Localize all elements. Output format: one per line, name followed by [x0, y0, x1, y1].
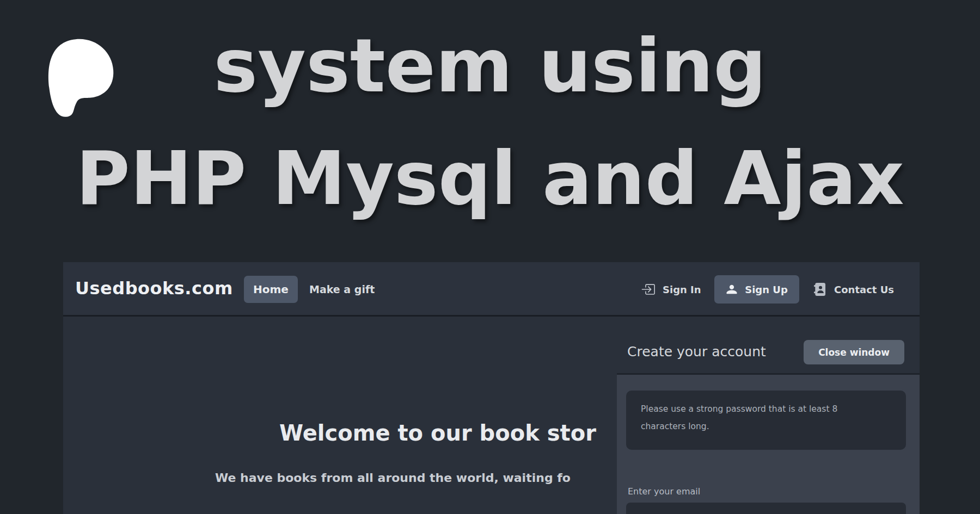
brand-logo-text[interactable]: Usedbooks.com: [75, 278, 233, 299]
navbar: Usedbooks.com Home Make a gift Sign In: [63, 262, 920, 317]
password-hint-text: Please use a strong password that is at …: [641, 400, 869, 435]
thumbnail-title-line1: system using: [0, 10, 980, 122]
hero-subheading: We have books from all around the world,…: [215, 471, 571, 485]
close-window-button[interactable]: Close window: [804, 340, 904, 364]
person-icon: [726, 283, 738, 295]
signup-panel: Create your account Close window Please …: [617, 318, 920, 514]
email-input[interactable]: [626, 503, 906, 514]
nav-item-contact-us[interactable]: Contact Us: [813, 282, 894, 296]
nav-item-sign-in[interactable]: Sign In: [641, 282, 701, 296]
nav-item-sign-up-label: Sign Up: [745, 284, 788, 295]
signup-panel-title: Create your account: [627, 344, 766, 360]
close-window-button-label: Close window: [818, 347, 890, 358]
nav-item-sign-in-label: Sign In: [663, 284, 701, 295]
nav-item-make-a-gift-label: Make a gift: [309, 283, 375, 295]
signup-panel-body: Please use a strong password that is at …: [617, 375, 920, 514]
nav-item-make-a-gift[interactable]: Make a gift: [309, 283, 375, 295]
signup-panel-header: Create your account Close window: [617, 318, 920, 375]
patreon-logo-icon: [42, 37, 115, 119]
nav-item-sign-up[interactable]: Sign Up: [714, 275, 799, 304]
thumbnail-canvas: { "thumbnail": { "title_line1": "system …: [0, 0, 980, 514]
thumbnail-title: system usingPHP Mysql and Ajax: [0, 10, 980, 235]
nav-item-contact-us-label: Contact Us: [834, 284, 894, 295]
login-arrow-icon: [641, 282, 655, 296]
hero-heading: Welcome to our book stor: [279, 420, 596, 445]
usedbooks-website-screenshot: Usedbooks.com Home Make a gift Sign In: [63, 262, 920, 514]
address-book-icon: [813, 282, 826, 296]
nav-item-home-label: Home: [253, 283, 289, 296]
thumbnail-title-line2: PHP Mysql and Ajax: [0, 122, 980, 235]
password-hint-card: Please use a strong password that is at …: [626, 391, 906, 450]
nav-item-home[interactable]: Home: [244, 276, 298, 303]
email-field-label: Enter your email: [628, 486, 700, 497]
